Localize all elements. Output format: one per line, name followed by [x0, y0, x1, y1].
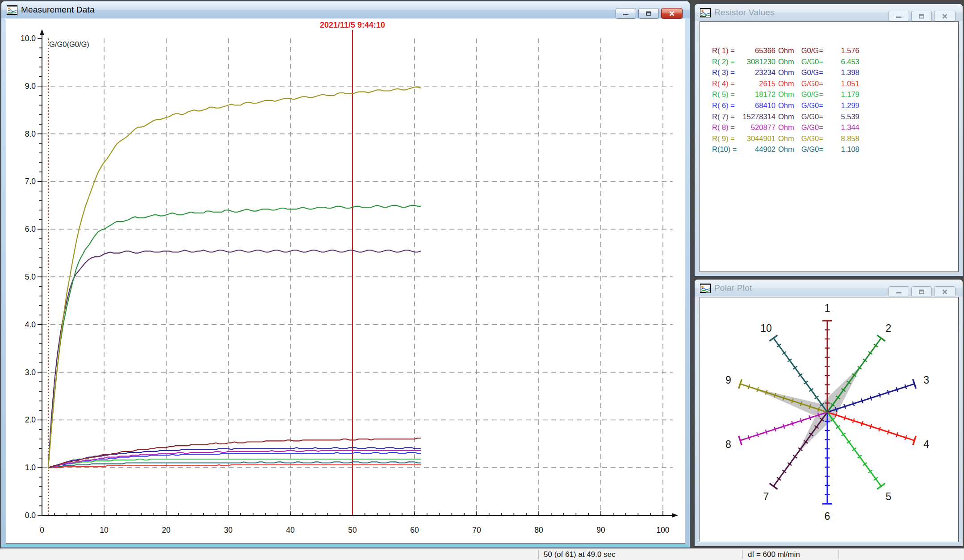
resistor-values-list: R( 1) =65366OhmG0/G=1.576R( 2) =3081230O… — [700, 22, 958, 272]
ratio-value: 1.344 — [828, 122, 859, 133]
resistance-unit: Ohm — [778, 111, 794, 122]
y-axis-arrow — [40, 29, 44, 35]
ratio-label: G/G0= — [801, 100, 828, 111]
svg-text:6.0: 6.0 — [25, 225, 36, 234]
ratio-label: G0/G= — [801, 89, 828, 100]
window-title: Polar Plot — [714, 283, 752, 293]
resistance-unit: Ohm — [778, 56, 794, 67]
ratio-label: G/G0= — [801, 56, 828, 67]
ratio-label: G/G0= — [801, 78, 828, 89]
minimize-button[interactable] — [889, 286, 909, 297]
resistance-value: 18172 — [741, 89, 775, 100]
ratio-label: G/G0= — [801, 122, 828, 133]
resistance-value: 68410 — [741, 100, 775, 111]
resistance-unit: Ohm — [778, 89, 794, 100]
ratio-label: G0/G= — [801, 45, 828, 56]
resistance-unit: Ohm — [778, 67, 794, 78]
resistor-label: R( 4) = — [712, 78, 741, 89]
window-title: Resistor Values — [714, 8, 775, 17]
measurement-chart-pane[interactable]: 0.01.02.03.04.05.06.07.08.09.010.0010203… — [6, 19, 685, 543]
ratio-value: 1.051 — [828, 78, 859, 89]
svg-text:7.0: 7.0 — [25, 177, 36, 186]
svg-text:0: 0 — [40, 526, 44, 535]
resistor-label: R( 5) = — [712, 89, 741, 100]
measurement-data-window: Measurement Data 0.01.02.03.04.05.06.07.… — [1, 1, 690, 548]
ratio-label: G/G0= — [801, 133, 828, 144]
x-axis-labels: 0102030405060708090100 — [40, 526, 670, 535]
ratio-value: 1.576 — [828, 45, 859, 56]
minimize-button[interactable] — [889, 11, 909, 21]
svg-text:2.0: 2.0 — [25, 415, 36, 424]
close-icon — [941, 289, 948, 295]
resistor-label: R( 6) = — [712, 100, 741, 111]
polar-axis-label-8: 8 — [725, 439, 731, 450]
polar-axis-label-3: 3 — [923, 374, 929, 386]
resistance-value: 23234 — [741, 67, 775, 78]
window-title: Measurement Data — [21, 5, 95, 15]
minimize-icon — [622, 11, 629, 16]
close-icon — [668, 11, 675, 17]
minimize-icon — [895, 13, 902, 19]
svg-text:100: 100 — [656, 526, 669, 535]
polar-plot-chart[interactable]: 12345678910 — [700, 297, 958, 542]
close-button[interactable] — [934, 11, 956, 21]
measurement-data-titlebar[interactable]: Measurement Data — [1, 1, 690, 18]
resistor-label: R( 2) = — [712, 56, 741, 67]
status-separator — [742, 550, 743, 559]
polar-axis-label-5: 5 — [886, 491, 892, 502]
resistor-row: R( 2) =3081230OhmG/G0=6.453 — [712, 56, 958, 67]
svg-text:20: 20 — [162, 526, 171, 535]
resistor-row: R( 7) =15278314OhmG/G0=5.539 — [712, 111, 958, 122]
svg-text:10: 10 — [100, 526, 109, 535]
svg-text:0.0: 0.0 — [25, 511, 36, 520]
chart-app-icon — [700, 284, 711, 293]
polar-axis-5 — [827, 412, 885, 489]
svg-text:3.0: 3.0 — [25, 368, 36, 377]
resistance-value: 2615 — [741, 78, 775, 89]
x-axis-arrow — [672, 513, 678, 518]
resistance-unit: Ohm — [778, 122, 794, 133]
axes — [42, 33, 673, 515]
svg-text:90: 90 — [596, 526, 605, 535]
curve-R(7) — [48, 250, 421, 468]
restore-icon — [645, 11, 652, 17]
polar-plot-titlebar[interactable]: Polar Plot — [695, 280, 963, 297]
close-button[interactable] — [661, 8, 683, 19]
restore-button[interactable] — [638, 8, 659, 19]
resistor-row: R( 6) =68410OhmG/G0=1.299 — [712, 100, 958, 111]
close-icon — [941, 13, 948, 19]
svg-text:8.0: 8.0 — [25, 130, 36, 138]
polar-axis-label-6: 6 — [825, 510, 830, 522]
polar-axis-label-2: 2 — [886, 322, 892, 334]
status-separator — [538, 550, 539, 559]
y-axis-labels: 0.01.02.03.04.05.06.07.08.09.010.0 — [21, 34, 36, 520]
resistance-unit: Ohm — [778, 144, 794, 155]
resistor-label: R(10) = — [712, 144, 741, 155]
svg-text:30: 30 — [224, 526, 233, 535]
resistor-label: R( 1) = — [712, 45, 741, 56]
svg-text:4.0: 4.0 — [25, 320, 36, 329]
resistor-values-titlebar[interactable]: Resistor Values — [695, 4, 963, 21]
polar-axis-4 — [827, 412, 916, 445]
svg-text:80: 80 — [534, 526, 543, 535]
resistance-value: 15278314 — [741, 111, 775, 122]
timestamp-label: 2021/11/5 9:44:10 — [320, 21, 385, 29]
restore-button[interactable] — [911, 11, 932, 21]
ratio-value: 1.398 — [828, 67, 859, 78]
svg-text:9.0: 9.0 — [25, 82, 36, 91]
svg-text:50: 50 — [348, 526, 357, 535]
close-button[interactable] — [934, 286, 956, 297]
ratio-value: 8.858 — [828, 133, 859, 144]
resistance-value: 3044901 — [741, 133, 775, 144]
restore-button[interactable] — [911, 286, 932, 297]
resistor-values-window: Resistor Values R( 1) =65366OhmG0/G=1.57… — [694, 4, 963, 276]
svg-text:10.0: 10.0 — [21, 34, 36, 43]
svg-text:70: 70 — [472, 526, 481, 535]
window-bottom-edge — [3, 544, 688, 547]
resistor-row: R( 4) =2615OhmG/G0=1.051 — [712, 78, 958, 89]
minimize-button[interactable] — [616, 8, 636, 19]
measurement-chart[interactable]: 0.01.02.03.04.05.06.07.08.09.010.0010203… — [6, 19, 685, 543]
resistor-label: R( 3) = — [712, 67, 741, 78]
resistor-row: R( 8) =520877OhmG/G0=1.344 — [712, 122, 958, 133]
ratio-value: 6.453 — [828, 56, 859, 67]
